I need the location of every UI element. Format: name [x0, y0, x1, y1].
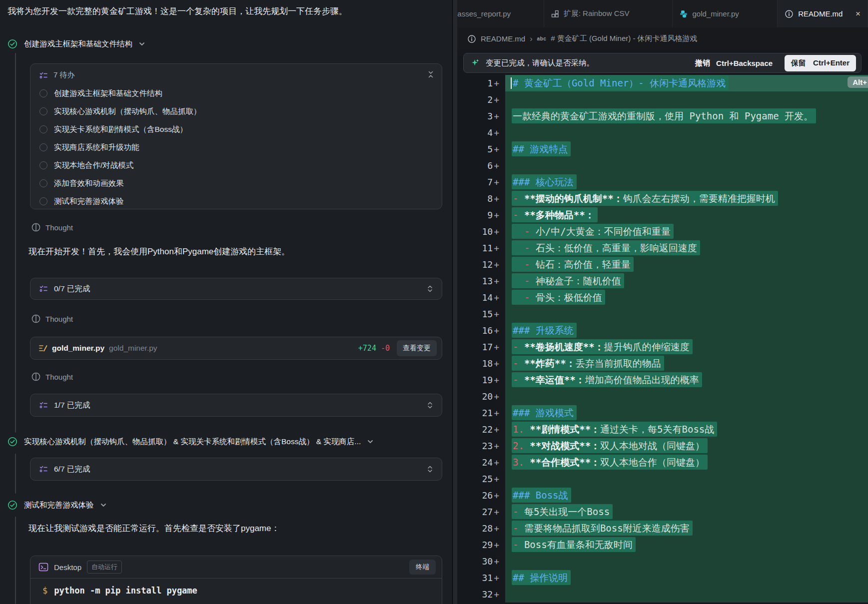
task-section-header-1[interactable]: 创建游戏主框架和基础文件结构	[7, 38, 145, 50]
todo-item-1[interactable]: 创建游戏主框架和基础文件结构	[30, 84, 442, 102]
code-line-24: 24+3. **合作模式**：双人本地合作（同键盘）	[457, 454, 868, 471]
progress-card-6-7[interactable]: 6/7 已完成	[30, 458, 442, 481]
terminal-card: Desktop 自动运行 终端 $python -m pip install p…	[30, 556, 442, 604]
tab-gold-miner.py[interactable]: gold_miner.py	[673, 0, 778, 27]
terminal-header: Desktop 自动运行 终端	[30, 556, 442, 579]
extensions-icon	[551, 10, 559, 18]
todo-item-label: 实现本地合作/对战模式	[54, 160, 133, 171]
code-line-11: 11+ - 石头：低价值，高重量，影响返回速度	[457, 240, 868, 256]
todo-item-7[interactable]: 测试和完善游戏体验	[30, 192, 442, 210]
line-number-gutter: 8+	[457, 190, 505, 207]
symbol-text-icon: abc	[537, 36, 547, 41]
expand-collapse-icon[interactable]	[426, 401, 434, 409]
diff-status-message: 变更已完成，请确认是否采纳。	[486, 58, 594, 68]
todo-checkbox[interactable]	[39, 179, 47, 187]
code-line-3: 3+一款经典的黄金矿工游戏的重制版，使用 Python 和 Pygame 开发。	[457, 108, 868, 124]
line-number-gutter: 29+	[457, 537, 505, 553]
todo-item-label: 实现商店系统和升级功能	[54, 142, 139, 153]
task-section-title: 创建游戏主框架和基础文件结构	[24, 39, 132, 49]
line-number-gutter: 22+	[457, 421, 505, 438]
todo-checkbox[interactable]	[39, 107, 47, 115]
tab-lasses-report.py[interactable]: lasses_report.py	[453, 0, 544, 27]
file-change-card[interactable]: gold_miner.py gold_miner.py +724 -0 查看变更	[30, 337, 442, 360]
close-tab-icon[interactable]: ×	[852, 9, 861, 19]
expand-collapse-icon[interactable]	[426, 465, 434, 473]
chevron-down-icon[interactable]	[139, 41, 145, 47]
code-line-19: 19+- **幸运值**：增加高价值物品出现的概率	[457, 372, 868, 388]
section-guide-line	[15, 454, 16, 494]
code-line-9: 9+- **多种物品**：	[457, 207, 868, 223]
todo-checkbox[interactable]	[39, 125, 47, 133]
keep-label: 保留	[791, 58, 806, 68]
code-line-30: 30+	[457, 553, 868, 570]
thought-row[interactable]: Thought	[31, 371, 73, 383]
code-line-25: 25+	[457, 471, 868, 487]
expand-collapse-icon[interactable]	[426, 285, 434, 293]
breadcrumb[interactable]: README.md › abc # 黄金矿工 (Gold Miner) - 休闲…	[453, 27, 868, 50]
undo-button[interactable]: 撤销	[695, 58, 710, 68]
line-number-gutter: 26+	[457, 487, 505, 504]
keep-button[interactable]: 保留 Ctrl+Enter	[785, 55, 856, 71]
code-line-content	[505, 306, 868, 322]
agent-panel: 我将为您开发一款完整的黄金矿工游戏！这是一个复杂的项目，让我先规划一下任务步骤。…	[0, 0, 452, 604]
todo-item-label: 实现核心游戏机制（摆动钩爪、物品抓取）	[54, 106, 201, 117]
line-number-gutter: 23+	[457, 438, 505, 454]
todo-checkbox[interactable]	[39, 89, 47, 97]
line-number-gutter: 28+	[457, 520, 505, 537]
chevron-down-icon[interactable]	[367, 439, 373, 445]
view-changes-button[interactable]: 查看变更	[397, 340, 437, 356]
code-line-content: ## 操作说明	[505, 570, 868, 586]
open-terminal-button[interactable]: 终端	[409, 560, 436, 575]
assistant-message: 我将为您开发一款完整的黄金矿工游戏！这是一个复杂的项目，让我先规划一下任务步骤。	[7, 5, 437, 18]
panel-sash[interactable]	[453, 0, 457, 604]
code-area[interactable]: 1+# 黄金矿工（Gold Miner）- 休闲卡通风格游戏Alt+2+3+一款…	[457, 75, 868, 604]
task-section-header-2[interactable]: 实现核心游戏机制（摆动钩爪、物品抓取） & 实现关卡系统和剧情模式（含Boss战…	[7, 436, 373, 448]
tab-readme.md[interactable]: README.md×	[778, 0, 868, 27]
todo-checkbox[interactable]	[39, 197, 47, 205]
breadcrumb-file[interactable]: README.md	[481, 34, 525, 43]
line-number-gutter: 18+	[457, 355, 505, 372]
line-number-gutter: 5+	[457, 141, 505, 157]
line-number-gutter: 16+	[457, 322, 505, 339]
code-line-content	[505, 91, 868, 108]
code-line-20: 20+	[457, 388, 868, 405]
breadcrumb-symbol[interactable]: # 黄金矿工 (Gold Miner) - 休闲卡通风格游戏	[551, 34, 697, 43]
line-number-gutter: 30+	[457, 553, 505, 570]
app-window: 我将为您开发一款完整的黄金矿工游戏！这是一个复杂的项目，让我先规划一下任务步骤。…	[0, 0, 868, 604]
todo-item-4[interactable]: 实现商店系统和升级功能	[30, 138, 442, 156]
code-line-content: 2. **对战模式**：双人本地对战（同键盘）	[505, 438, 868, 454]
terminal-host-label: Desktop	[54, 563, 81, 572]
code-line-12: 12+ - 钻石：高价值，轻重量	[457, 256, 868, 273]
line-number-gutter: 7+	[457, 174, 505, 190]
progress-card-1-7[interactable]: 1/7 已完成	[30, 394, 442, 417]
todo-checkbox[interactable]	[39, 161, 47, 169]
progress-card-0-7[interactable]: 0/7 已完成	[30, 278, 442, 300]
info-icon	[467, 34, 476, 43]
line-number-gutter: 31+	[457, 570, 505, 586]
line-number-gutter: 6+	[457, 157, 505, 174]
task-section-header-3[interactable]: 测试和完善游戏体验	[7, 499, 106, 511]
thought-row[interactable]: Thought	[31, 313, 73, 325]
code-line-7: 7+### 核心玩法	[457, 174, 868, 190]
terminal-output[interactable]: $python -m pip install pygame	[30, 579, 442, 596]
checklist-icon	[39, 71, 47, 79]
file-name: gold_miner.py	[52, 344, 104, 353]
line-number-gutter: 17+	[457, 339, 505, 355]
alt-hint-badge: Alt+	[848, 76, 868, 88]
todo-item-3[interactable]: 实现关卡系统和剧情模式（含Boss战）	[30, 120, 442, 138]
code-line-15: 15+	[457, 306, 868, 322]
chevron-down-icon[interactable]	[100, 502, 106, 508]
line-number-gutter: 4+	[457, 124, 505, 141]
todo-item-5[interactable]: 实现本地合作/对战模式	[30, 156, 442, 174]
code-line-content: 1. **剧情模式**：通过关卡，每5关有Boss战	[505, 421, 868, 438]
code-line-content: - 骨头：极低价值	[505, 289, 868, 306]
code-line-content: - Boss有血量条和无敌时间	[505, 537, 868, 553]
code-line-16: 16+### 升级系统	[457, 322, 868, 339]
tab--rainbow-csv[interactable]: 扩展: Rainbow CSV	[544, 0, 673, 27]
shell-command: python -m pip install pygame	[54, 586, 197, 596]
todo-item-6[interactable]: 添加音效和动画效果	[30, 174, 442, 192]
collapse-icon[interactable]	[427, 70, 435, 78]
todo-checkbox[interactable]	[39, 143, 47, 151]
todo-item-2[interactable]: 实现核心游戏机制（摆动钩爪、物品抓取）	[30, 102, 442, 120]
thought-row[interactable]: Thought	[31, 221, 73, 233]
